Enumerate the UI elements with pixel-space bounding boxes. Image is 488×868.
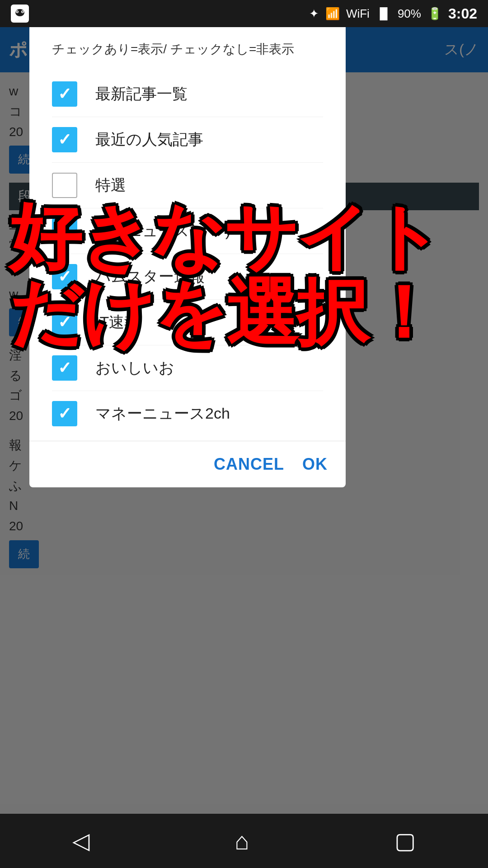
checkbox-item-latest[interactable]: 最新記事一覧 [52,71,323,117]
checkbox-special[interactable] [52,173,77,198]
svg-point-3 [17,11,18,13]
dialog-hint: チェックあり=表示/ チェックなし=非表示 [52,41,323,58]
status-bar: ✦ 📶 WiFi ▐▌ 90% 🔋 3:02 [0,0,488,27]
dialog-content: チェックあり=表示/ チェックなし=非表示 最新記事一覧 最近の人気記事 特選 … [29,23,346,436]
home-button[interactable]: ⌂ [235,827,249,855]
signal-icon: 📶 [325,7,340,21]
svg-point-4 [22,11,23,13]
checkbox-item-popular[interactable]: 最近の人気記事 [52,117,323,163]
ok-button[interactable]: OK [302,455,328,474]
battery-icon: 🔋 [427,7,442,21]
checkbox-label-special: 特選 [95,175,126,196]
checkbox-item-itai[interactable]: 痛いニュース(ノ∀`) [52,208,323,254]
checkbox-label-oishii: おいしいお [95,358,174,378]
checkbox-label-popular: 最近の人気記事 [95,129,203,150]
battery-percent: 90% [398,7,421,21]
checkbox-label-it: IT速報 [95,312,140,333]
back-button[interactable]: ◁ [72,828,89,854]
checkbox-itai[interactable] [52,218,77,244]
bluetooth-icon: ✦ [309,7,319,21]
checkbox-label-latest: 最新記事一覧 [95,84,188,104]
time-display: 3:02 [448,5,477,22]
checkbox-list: 最新記事一覧 最近の人気記事 特選 痛いニュース(ノ∀`) ハムスター速報 IT [52,71,323,436]
wifi-icon: WiFi [346,7,370,21]
site-selection-dialog: チェックあり=表示/ チェックなし=非表示 最新記事一覧 最近の人気記事 特選 … [29,23,346,487]
checkbox-item-money[interactable]: マネーニュース2ch [52,391,323,436]
checkbox-popular[interactable] [52,127,77,152]
checkbox-item-special[interactable]: 特選 [52,163,323,208]
checkbox-label-itai: 痛いニュース(ノ∀`) [95,221,230,241]
checkbox-item-it[interactable]: IT速報 [52,300,323,345]
dialog-buttons: CANCEL OK [29,441,346,487]
app-icon [11,5,29,23]
cancel-button[interactable]: CANCEL [214,455,284,474]
checkbox-money[interactable] [52,401,77,426]
navigation-bar: ◁ ⌂ ▢ [0,814,488,868]
checkbox-oishii[interactable] [52,355,77,381]
checkbox-latest[interactable] [52,81,77,107]
checkbox-item-hamster[interactable]: ハムスター速報 [52,254,323,300]
checkbox-item-oishii[interactable]: おいしいお [52,345,323,391]
network-icon: ▐▌ [376,7,391,20]
checkbox-label-hamster: ハムスター速報 [95,266,205,287]
recent-apps-button[interactable]: ▢ [394,828,416,854]
status-bar-left [11,5,29,23]
checkbox-label-money: マネーニュース2ch [95,403,230,424]
status-bar-icons: ✦ 📶 WiFi ▐▌ 90% 🔋 3:02 [309,5,477,22]
checkbox-it[interactable] [52,310,77,335]
checkbox-hamster[interactable] [52,264,77,289]
